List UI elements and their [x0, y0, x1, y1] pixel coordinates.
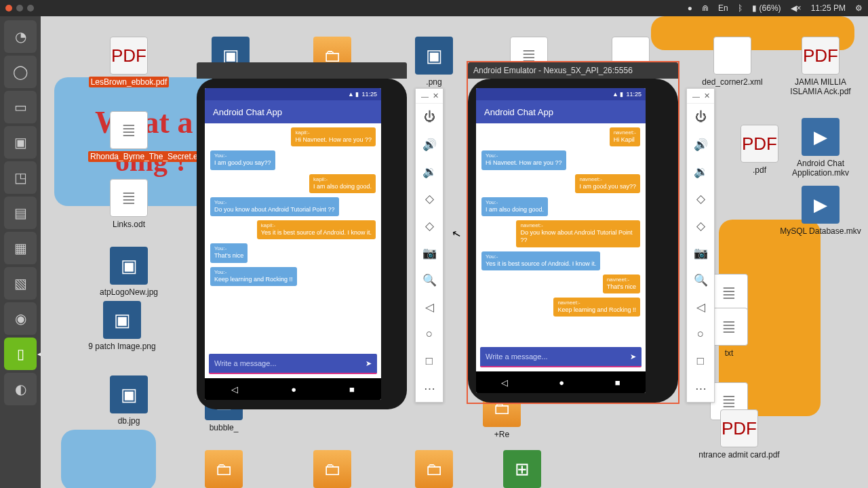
toolbar-overview-icon[interactable]: □ [687, 348, 714, 375]
toolbar-back-icon[interactable]: ◁ [416, 293, 443, 321]
toolbar-home-icon[interactable]: ○ [416, 321, 443, 348]
close-icon[interactable]: ✕ [433, 92, 439, 100]
send-icon[interactable]: ➤ [366, 359, 372, 368]
emulator1-titlebar[interactable] [197, 62, 407, 79]
desktop-icon[interactable]: ▶MySQL Database.mkv [780, 186, 861, 236]
file-icon: PDF [802, 37, 840, 75]
android-navbar[interactable]: ◁ ● ■ [476, 371, 646, 393]
android-statusbar: ▲ ▮ 11:25 [205, 88, 381, 100]
chat-message: You:-That's nice [210, 243, 248, 262]
desktop-icon[interactable]: ⊞nvnt.xlsx [481, 450, 563, 488]
emulator-window-1[interactable]: ▲ ▮ 11:25 Android Chat App kapil:-Hi Nav… [197, 62, 407, 409]
minimize-icon[interactable]: — [692, 92, 700, 100]
desktop-icon[interactable]: 🗀Guest Posts [292, 450, 373, 488]
compose-input[interactable]: Write a message... ➤ [209, 354, 377, 374]
nav-recent-icon[interactable]: ■ [349, 384, 355, 394]
launcher-app[interactable]: ◳ [4, 161, 37, 194]
desktop-icon[interactable]: PDFntrance admit card.pdf [698, 409, 780, 460]
toolbar-back-icon[interactable]: ◁ [687, 293, 714, 321]
chat-message: navneet:-I am good.you say?? [575, 174, 640, 193]
file-label: ded_corner2.xml [702, 77, 762, 87]
toolbar-zoom-icon[interactable]: 🔍 [687, 266, 714, 293]
toolbar-more-icon[interactable]: ⋯ [416, 375, 443, 402]
battery-indicator[interactable]: ▮(66%) [752, 3, 781, 13]
compose-placeholder: Write a message... [486, 352, 548, 361]
toolbar-zoom-icon[interactable]: 🔍 [416, 266, 443, 293]
close-icon[interactable]: ✕ [704, 92, 710, 100]
nav-back-icon[interactable]: ◁ [501, 378, 508, 388]
desktop-icon[interactable]: ded_corner2.xml [692, 37, 773, 87]
nav-recent-icon[interactable]: ■ [615, 378, 620, 388]
android-navbar[interactable]: ◁ ● ■ [205, 378, 381, 400]
toolbar-volume-down-icon[interactable]: 🔉 [687, 158, 714, 185]
toolbar-home-icon[interactable]: ○ [687, 321, 714, 348]
message-sender: navneet:- [557, 300, 636, 306]
minimize-icon[interactable] [16, 5, 23, 12]
desktop-icon[interactable]: ≣Links.odt [88, 179, 170, 229]
window-buttons[interactable] [5, 5, 34, 12]
minimize-icon[interactable]: — [421, 92, 429, 100]
emulator-toolbar-1[interactable]: —✕⏻🔊🔉◇◇📷🔍◁○□⋯ [415, 88, 443, 403]
launcher-app2[interactable]: ▦ [4, 232, 37, 264]
toolbar-power-icon[interactable]: ⏻ [416, 104, 443, 131]
launcher-dash[interactable]: ◔ [4, 20, 37, 53]
emulator-toolbar-2[interactable]: —✕⏻🔊🔉◇◇📷🔍◁○□⋯ [686, 88, 715, 403]
nav-home-icon[interactable]: ● [559, 378, 564, 388]
launcher-editor[interactable]: ▤ [4, 197, 37, 229]
toolbar-camera-icon[interactable]: 📷 [687, 239, 714, 266]
toolbar-volume-up-icon[interactable]: 🔊 [687, 131, 714, 158]
wifi-icon[interactable]: ⋒ [702, 3, 709, 13]
gear-icon[interactable]: ⚙ [855, 3, 863, 13]
toolbar-rotate-right-icon[interactable]: ◇ [416, 212, 443, 239]
launcher-camera[interactable]: ◉ [4, 302, 37, 335]
file-label: ntrance admit card.pdf [698, 450, 779, 460]
desktop-icon[interactable]: 🗀Android e book [183, 450, 264, 488]
toolbar-volume-down-icon[interactable]: 🔉 [416, 158, 443, 185]
desktop-icon[interactable]: ▶Android Chat Application.mkv [780, 118, 861, 178]
desktop[interactable]: What aoing ?PDFLesBrown_ebbok.pdf▣Beauty… [41, 16, 868, 488]
nav-home-icon[interactable]: ● [291, 384, 296, 394]
message-sender: You:- [214, 245, 243, 252]
desktop-icon[interactable]: PDFJAMIA MILLIA ISLAMIA Ack.pdf [780, 37, 861, 96]
toolbar-camera-icon[interactable]: 📷 [416, 239, 443, 266]
message-sender: You:- [486, 152, 562, 159]
decoration-bubble [61, 430, 156, 488]
unity-launcher: ◔ ◯ ▭ ▣ ◳ ▤ ▦ ▧ ◉ ▯ ◐ [0, 16, 41, 488]
desktop-icon[interactable]: 🗀AndroidChatApp [393, 450, 475, 488]
launcher-emulator[interactable]: ▯ [4, 338, 37, 370]
emulator2-titlebar[interactable]: Android Emulator - Nexus_5X_API_26:5556 [468, 62, 678, 79]
close-icon[interactable] [5, 5, 12, 12]
desktop-icon[interactable]: PDFLesBrown_ebbok.pdf [88, 37, 170, 87]
volume-mute-icon[interactable]: ◀× [791, 3, 802, 13]
toolbar-power-icon[interactable]: ⏻ [687, 104, 714, 131]
launcher-app3[interactable]: ▧ [4, 267, 37, 300]
launcher-files[interactable]: ▭ [4, 91, 37, 123]
maximize-icon[interactable] [27, 5, 34, 12]
message-sender: You:- [214, 269, 293, 276]
launcher-terminal[interactable]: ▣ [4, 126, 37, 159]
bluetooth-icon[interactable]: ᛒ [738, 3, 743, 13]
toolbar-rotate-right-icon[interactable]: ◇ [687, 212, 714, 239]
desktop-icon[interactable]: ▣9 patch Image.png [81, 301, 163, 351]
desktop-icon[interactable]: ▣db.jpg [88, 375, 170, 426]
chat-list-1[interactable]: kapil:-Hi Navneet. How are you ??You:-I … [205, 123, 381, 351]
send-icon[interactable]: ➤ [630, 352, 636, 361]
file-icon: ▣ [110, 375, 148, 413]
desktop-icon[interactable]: ▣atpLogoNew.jpg [88, 247, 170, 297]
toolbar-volume-up-icon[interactable]: 🔊 [416, 131, 443, 158]
clock[interactable]: 11:25 PM [811, 3, 846, 13]
toolbar-overview-icon[interactable]: □ [416, 348, 443, 375]
compose-input[interactable]: Write a message... ➤ [480, 347, 642, 367]
launcher-chrome[interactable]: ◯ [4, 56, 37, 88]
nav-back-icon[interactable]: ◁ [231, 384, 238, 394]
emulator-window-2[interactable]: Android Emulator - Nexus_5X_API_26:5556 … [468, 62, 678, 403]
launcher-app4[interactable]: ◐ [4, 373, 37, 405]
phone-frame-1: ▲ ▮ 11:25 Android Chat App kapil:-Hi Nav… [197, 79, 407, 409]
message-sender: navneet:- [579, 176, 636, 183]
toolbar-more-icon[interactable]: ⋯ [687, 375, 714, 402]
language-indicator[interactable]: En [718, 3, 728, 13]
toolbar-rotate-left-icon[interactable]: ◇ [416, 185, 443, 212]
toolbar-rotate-left-icon[interactable]: ◇ [687, 185, 714, 212]
chat-list-2[interactable]: navneet:-Hi KapilYou:-Hi Navneet. How ar… [476, 123, 646, 344]
desktop-icon[interactable]: ≣Rhonda_Byrne_The_Secret.epub [88, 111, 170, 161]
